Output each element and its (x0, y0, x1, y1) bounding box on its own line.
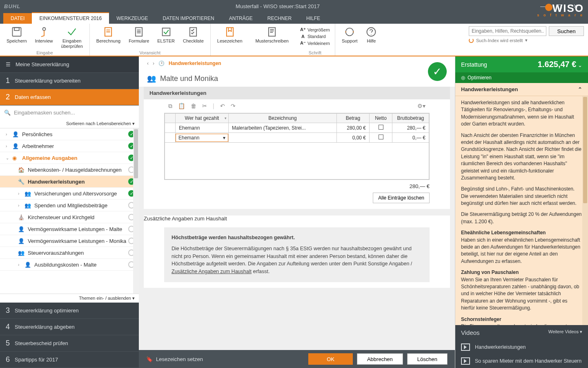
tab-hilfe[interactable]: HILFE (299, 13, 327, 24)
app-logo: WISO s o f t w a r e (537, 2, 584, 17)
tab-antraege[interactable]: ANTRÄGE (222, 13, 260, 24)
svg-rect-7 (227, 28, 233, 36)
chevron-down-icon: ▾ (223, 135, 225, 141)
tree-spenden[interactable]: ›👥Spenden und Mitgliedsbeiträge (0, 200, 139, 211)
tab-rechner[interactable]: RECHNER (260, 13, 299, 24)
svg-rect-5 (162, 28, 170, 36)
videos-title: Videos (461, 329, 480, 336)
col-bezeichnung[interactable]: Bezeichnung (229, 114, 337, 123)
search-button[interactable]: Suchen (549, 26, 584, 36)
menu-icon: ☰ (6, 61, 11, 67)
tab-einkommensteuer[interactable]: EINKOMMENSTEUER 2016 (32, 12, 109, 24)
people-icon: 👥 (147, 74, 156, 83)
payer-dropdown[interactable]: Ehemann▾ (176, 134, 228, 142)
breadcrumb-current: Handwerkerleistungen (169, 61, 221, 66)
copy-icon[interactable]: ⧉ (168, 103, 172, 110)
zoom-out-button[interactable]: A⁻Verkleinern (298, 40, 332, 47)
tab-werkzeuge[interactable]: WERKZEUGE (109, 13, 155, 24)
crumb-history-icon[interactable]: 🕑 (158, 61, 165, 66)
col-betrag[interactable]: Betrag (337, 114, 370, 123)
checkbox-icon[interactable] (379, 135, 383, 139)
search-input[interactable] (469, 26, 546, 36)
ribbon-group-schrift: Schrift (295, 50, 335, 55)
svg-rect-8 (269, 28, 275, 36)
tree-vwl-malte[interactable]: 👤Vermögenswirksame Leistungen - Malte (0, 223, 139, 235)
col-netto[interactable]: Netto (370, 114, 392, 123)
status-check-icon: ✓ (428, 62, 447, 81)
cut-icon[interactable]: ✂ (202, 103, 207, 110)
step-2[interactable]: 2Daten erfassen (0, 89, 139, 105)
search-index-status: Such-Index wird erstellt▾ (469, 38, 584, 43)
svg-rect-6 (190, 28, 196, 36)
col-brutto[interactable]: Bruttobetrag (392, 114, 429, 123)
step-1[interactable]: 1Steuererklärung vorbereiten (0, 73, 139, 89)
donation-icon: 👥 (24, 202, 31, 208)
delete-button[interactable]: Löschen (407, 353, 448, 365)
undo-icon[interactable]: ↶ (220, 103, 225, 110)
help-button[interactable]: Hilfe (361, 25, 381, 56)
set-bookmark[interactable]: 🔖Lesezeichen setzen (146, 356, 203, 362)
crumb-back[interactable]: ‹ (147, 61, 149, 66)
videos-more[interactable]: Weitere Videos ▾ (548, 329, 582, 336)
tree-persoenliches[interactable]: ›👤Persönliches (0, 128, 139, 140)
lesezeichen-button[interactable]: Lesezeichen (213, 25, 247, 56)
step-4[interactable]: 4Steuererklärung abgeben (0, 319, 139, 335)
chevron-up-icon: ⌃ (578, 86, 582, 92)
category-icon: ◉ (12, 155, 19, 161)
svg-point-10 (367, 28, 376, 36)
tab-datei[interactable]: DATEI (3, 13, 32, 24)
tree-ausbildung[interactable]: ›👤Ausbildungskosten - Malte (0, 259, 139, 271)
table-row[interactable]: Ehemann Malerarbeiten (Tapezieren, Strei… (165, 123, 429, 133)
redo-icon[interactable]: ↷ (231, 103, 236, 110)
bookmark-icon: 🔖 (146, 356, 153, 362)
ribbon-group-voransicht: Voransicht (90, 50, 210, 55)
help-title[interactable]: Handwerkerleistungen⌃ (455, 83, 588, 96)
tree-vwl-monika[interactable]: 👤Vermögenswirksame Leistungen - Monika (0, 235, 139, 247)
refund-summary[interactable]: Erstattung 1.625,47 € ⌄ (455, 56, 588, 72)
tree-scrollbar[interactable] (133, 128, 139, 294)
help-body: Handwerkerleistungen sind alle handwerkl… (455, 96, 588, 325)
delete-all-button[interactable]: Alle Einträge löschen (373, 193, 430, 203)
step-5[interactable]: 5Steuerbescheid prüfen (0, 335, 139, 352)
crumb-fwd[interactable]: › (153, 61, 154, 66)
tree-vorauszahlungen[interactable]: 👥Steuervorauszahlungen (0, 247, 139, 259)
svg-point-2 (42, 28, 45, 31)
cancel-button[interactable]: Abbrechen (357, 353, 403, 365)
video-item-2[interactable]: So sparen Mieter mit dem Handwerker Steu… (455, 354, 588, 368)
taxpayer-names: Malte und Monika (160, 74, 218, 83)
sort-dropdown[interactable]: Sortieren nach Lebensbereichen ▾ (0, 119, 139, 128)
tree-kirchensteuer[interactable]: ⛪Kirchensteuer und Kirchgeld (0, 211, 139, 223)
target-icon: ◎ (461, 75, 465, 81)
step-3[interactable]: 3Steuererklärung optimieren (0, 303, 139, 319)
nav-header[interactable]: ☰ Meine Steuererklärung (0, 56, 139, 73)
help-scrollbar[interactable] (582, 96, 588, 325)
checkbox-icon[interactable] (379, 125, 383, 130)
tree-versicherungen[interactable]: ›👥Versicherungen und Altersvorsorge (0, 188, 139, 200)
video-item-1[interactable]: Handwerkerleistungen (455, 340, 588, 354)
money-icon: 👤 (18, 226, 24, 232)
musterschreiben-button[interactable]: Musterschreiben (252, 25, 293, 56)
grid-total: 280,— € (144, 183, 430, 189)
grid-settings-icon[interactable]: ⚙▾ (417, 103, 425, 110)
tree-nebenkosten[interactable]: 🏠Nebenkosten- / Hausgeldabrechnungen (0, 164, 139, 176)
zoom-standard-button[interactable]: AStandard (298, 33, 332, 40)
spinner-icon (469, 38, 474, 43)
entries-table: Wer hat gezahlt▾ Bezeichnung Betrag Nett… (164, 113, 430, 180)
tree-allgemeine-ausgaben[interactable]: ⌄◉Allgemeine Ausgaben (0, 152, 139, 164)
ok-button[interactable]: OK (308, 353, 353, 365)
support-button[interactable]: Support (338, 25, 362, 56)
table-row-editing[interactable]: Ehemann▾ 0,00 € 0,— € (165, 133, 429, 143)
mask-search[interactable]: 🔍 Eingabemasken suchen... (0, 105, 139, 119)
optimize-button[interactable]: ◎Optimieren (455, 72, 588, 83)
tree-arbeitnehmer[interactable]: ›👤Arbeitnehmer (0, 140, 139, 152)
zoom-in-button[interactable]: A⁺Vergrößern (298, 26, 332, 33)
tree-handwerkerleistungen[interactable]: 🔧Handwerkerleistungen (0, 176, 139, 188)
step-6[interactable]: 6Spartipps für 2017 (0, 352, 139, 368)
themes-toggle[interactable]: Themen ein- / ausblenden ▾ (0, 294, 139, 303)
paste-icon[interactable]: 📋 (178, 103, 185, 110)
delete-icon[interactable]: 🗑 (191, 103, 196, 110)
tab-daten-importieren[interactable]: DATEN IMPORTIEREN (156, 13, 222, 24)
col-wer[interactable]: Wer hat gezahlt▾ (176, 114, 229, 123)
info-link[interactable]: Zusätzliche Angaben zum Haushalt (172, 269, 252, 274)
search-icon: 🔍 (4, 110, 11, 116)
